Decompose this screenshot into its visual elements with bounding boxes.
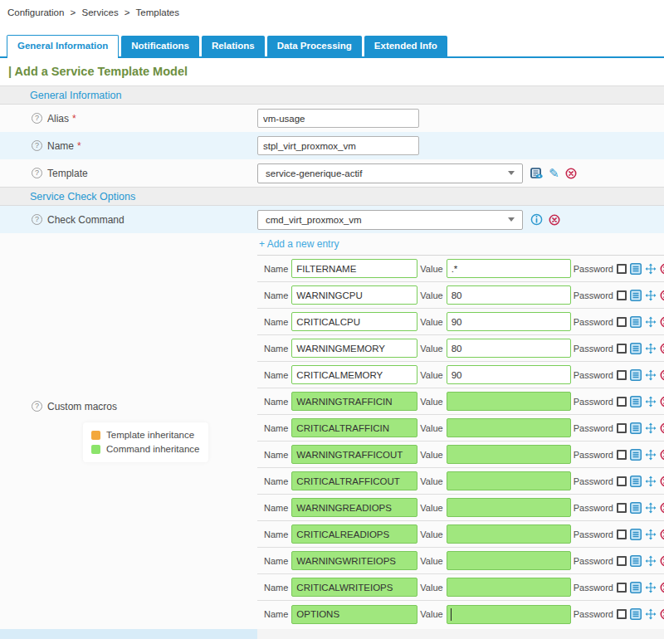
description-icon[interactable]: [630, 369, 642, 381]
password-checkbox[interactable]: [617, 397, 627, 407]
move-row-icon[interactable]: [645, 422, 657, 434]
macro-name-input[interactable]: [291, 339, 417, 358]
move-row-icon[interactable]: [645, 369, 657, 381]
tab-notifications[interactable]: Notifications: [121, 36, 199, 56]
password-checkbox[interactable]: [617, 556, 627, 566]
macro-value-input[interactable]: [447, 578, 571, 597]
move-row-icon[interactable]: [645, 316, 657, 328]
delete-row-icon[interactable]: [660, 316, 664, 328]
delete-row-icon[interactable]: [660, 369, 664, 381]
password-checkbox[interactable]: [617, 503, 627, 513]
template-select[interactable]: service-generique-actif: [257, 163, 523, 183]
macro-value-input[interactable]: [447, 418, 571, 437]
move-row-icon[interactable]: [645, 290, 657, 301]
move-row-icon[interactable]: [645, 263, 657, 275]
tab-relations[interactable]: Relations: [202, 36, 265, 56]
macro-name-input[interactable]: [291, 418, 417, 437]
macro-name-input[interactable]: [291, 259, 417, 278]
move-row-icon[interactable]: [645, 582, 657, 593]
tab-extended-info[interactable]: Extended Info: [364, 36, 447, 56]
move-row-icon[interactable]: [645, 502, 657, 514]
macro-name-input[interactable]: [291, 445, 417, 464]
help-icon[interactable]: ?: [32, 168, 42, 178]
help-icon[interactable]: ?: [32, 214, 42, 225]
macro-name-input[interactable]: [291, 578, 417, 597]
description-icon[interactable]: [630, 608, 642, 620]
macro-value-input[interactable]: [447, 498, 571, 517]
macro-name-input[interactable]: [291, 471, 417, 490]
macro-value-input[interactable]: [447, 259, 571, 278]
breadcrumb-item-configuration[interactable]: Configuration: [7, 7, 64, 17]
password-checkbox[interactable]: [617, 290, 627, 300]
macro-name-input[interactable]: [291, 605, 417, 624]
description-icon[interactable]: [630, 343, 642, 354]
clear-template-icon[interactable]: [565, 168, 577, 179]
description-icon[interactable]: [630, 555, 642, 567]
description-icon[interactable]: [630, 582, 642, 593]
password-checkbox[interactable]: [617, 370, 627, 380]
description-icon[interactable]: [630, 316, 642, 328]
description-icon[interactable]: [630, 529, 642, 540]
name-input[interactable]: [257, 136, 419, 155]
view-template-icon[interactable]: [530, 168, 543, 179]
description-icon[interactable]: [630, 449, 642, 461]
password-checkbox[interactable]: [617, 529, 627, 539]
alias-input[interactable]: [257, 109, 419, 128]
macro-value-input[interactable]: [447, 605, 571, 624]
delete-row-icon[interactable]: [660, 396, 664, 407]
macro-value-input[interactable]: [447, 392, 571, 411]
move-row-icon[interactable]: [645, 555, 657, 567]
tab-general-information[interactable]: General Information: [7, 35, 119, 58]
description-icon[interactable]: [630, 476, 642, 487]
move-row-icon[interactable]: [645, 343, 657, 354]
add-entry-link[interactable]: + Add a new entry: [259, 238, 339, 250]
macro-name-input[interactable]: [291, 498, 417, 517]
breadcrumb-item-services[interactable]: Services: [82, 7, 119, 17]
description-icon[interactable]: [630, 263, 642, 275]
password-checkbox[interactable]: [617, 317, 627, 327]
macro-value-input[interactable]: [447, 312, 571, 331]
move-row-icon[interactable]: [645, 396, 657, 407]
macro-value-input[interactable]: [447, 365, 571, 384]
password-checkbox[interactable]: [617, 264, 627, 274]
delete-row-icon[interactable]: [660, 529, 664, 540]
delete-row-icon[interactable]: [660, 608, 664, 620]
password-checkbox[interactable]: [617, 609, 627, 619]
delete-row-icon[interactable]: [660, 582, 664, 593]
password-checkbox[interactable]: [617, 423, 627, 433]
delete-row-icon[interactable]: [660, 343, 664, 354]
password-checkbox[interactable]: [617, 583, 627, 593]
clear-check-command-icon[interactable]: [549, 214, 560, 226]
macro-name-input[interactable]: [291, 551, 417, 570]
macro-value-input[interactable]: [447, 285, 571, 305]
delete-row-icon[interactable]: [660, 476, 664, 487]
description-icon[interactable]: [630, 396, 642, 407]
macro-name-input[interactable]: [291, 285, 417, 305]
macro-name-input[interactable]: [291, 365, 417, 384]
macro-value-input[interactable]: [447, 339, 571, 358]
help-icon[interactable]: ?: [32, 113, 42, 124]
move-row-icon[interactable]: [645, 476, 657, 487]
password-checkbox[interactable]: [617, 476, 627, 486]
macro-value-input[interactable]: [447, 445, 571, 464]
description-icon[interactable]: [630, 502, 642, 514]
tab-data-processing[interactable]: Data Processing: [267, 36, 362, 56]
delete-row-icon[interactable]: [660, 555, 664, 567]
move-row-icon[interactable]: [645, 449, 657, 461]
macro-value-input[interactable]: [447, 524, 571, 544]
check-command-select[interactable]: cmd_virt_proxmox_vm: [257, 210, 523, 230]
info-icon[interactable]: [530, 213, 543, 226]
macro-name-input[interactable]: [291, 312, 417, 331]
edit-template-icon[interactable]: ✎: [549, 167, 559, 179]
delete-row-icon[interactable]: [660, 422, 664, 434]
macro-name-input[interactable]: [291, 524, 417, 544]
password-checkbox[interactable]: [617, 344, 627, 354]
delete-row-icon[interactable]: [660, 263, 664, 275]
delete-row-icon[interactable]: [660, 502, 664, 514]
help-icon[interactable]: ?: [32, 140, 42, 151]
move-row-icon[interactable]: [645, 608, 657, 620]
macro-name-input[interactable]: [291, 392, 417, 411]
delete-row-icon[interactable]: [660, 449, 664, 461]
password-checkbox[interactable]: [617, 450, 627, 460]
macro-value-input[interactable]: [447, 471, 571, 490]
